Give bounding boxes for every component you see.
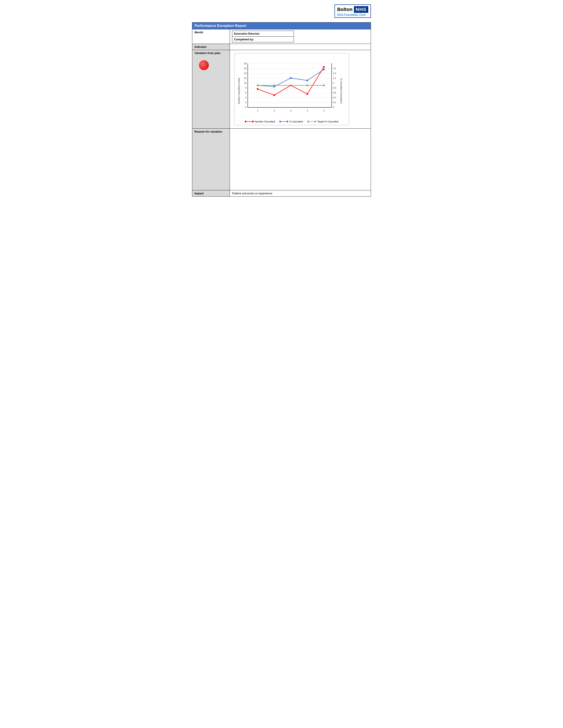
- svg-text:8: 8: [245, 87, 246, 89]
- tc-dot-5: [323, 84, 325, 86]
- month-label: Month: [192, 29, 230, 44]
- chart-cell: Number Cancelled in week % Cancelled (Cu…: [230, 50, 371, 129]
- legend-line-pct-cancelled: [282, 121, 286, 122]
- legend-dot2-pct-cancelled: [287, 121, 288, 122]
- pc-dot-5: [323, 69, 325, 70]
- chart-area: Number Cancelled in week % Cancelled (Cu…: [237, 57, 343, 118]
- svg-text:1.6: 1.6: [333, 67, 336, 70]
- svg-text:0: 0: [333, 106, 334, 109]
- legend-dot-number-cancelled: [245, 121, 246, 122]
- legend-label-target-cancelled: Target % Cancelled: [317, 120, 338, 123]
- svg-text:Number Cancelled in week: Number Cancelled in week: [238, 77, 240, 104]
- svg-text:0: 0: [245, 106, 246, 109]
- svg-text:0.4: 0.4: [333, 96, 336, 99]
- exec-completed-cell: Executive Director: Completed by:: [230, 29, 371, 44]
- legend-pct-cancelled: % Cancelled: [279, 120, 303, 123]
- number-cancelled-line: [258, 67, 324, 95]
- svg-text:% Cancelled (Cumulative): % Cancelled (Cumulative): [340, 78, 343, 104]
- exec-table: Executive Director: Completed by:: [232, 31, 294, 42]
- legend-dot2-number-cancelled: [252, 121, 254, 122]
- red-circle-indicator: [199, 60, 209, 70]
- impact-value: Patient outcomes or experience: [230, 190, 371, 197]
- chart-svg: Number Cancelled in week % Cancelled (Cu…: [237, 57, 343, 118]
- svg-text:1.2: 1.2: [333, 77, 336, 79]
- tc-dot-4: [307, 84, 308, 86]
- nhs-logo-right: Bolton NHS NHS Foundation Trust: [337, 6, 368, 16]
- legend-dot-pct-cancelled: [279, 121, 281, 122]
- svg-text:12: 12: [244, 77, 246, 79]
- reason-value: [230, 129, 371, 190]
- svg-text:1: 1: [257, 109, 258, 112]
- tc-dot-3: [290, 84, 292, 86]
- variation-label: Variation from plan: [192, 50, 230, 129]
- nc-dot-1: [257, 88, 258, 90]
- svg-text:6: 6: [245, 92, 246, 94]
- svg-text:1: 1: [333, 82, 334, 84]
- svg-text:0.8: 0.8: [333, 87, 336, 89]
- chart-legend: Number Cancelled % Cancelled: [237, 120, 347, 123]
- legend-label-pct-cancelled: % Cancelled: [289, 120, 303, 123]
- nhs-subtitle: NHS Foundation Trust: [337, 13, 366, 16]
- legend-label-number-cancelled: Number Cancelled: [255, 120, 275, 123]
- header-area: Bolton NHS NHS Foundation Trust: [192, 4, 371, 18]
- svg-text:4: 4: [245, 96, 246, 99]
- legend-number-cancelled: Number Cancelled: [245, 120, 275, 123]
- tc-dot-1: [257, 84, 258, 86]
- nc-dot-2: [273, 94, 275, 96]
- svg-text:0.6: 0.6: [333, 92, 336, 94]
- chart-container: Number Cancelled in week % Cancelled (Cu…: [234, 53, 349, 125]
- impact-label: Impact: [192, 190, 230, 197]
- tc-dot-2: [273, 84, 275, 86]
- report-title: Performance Exception Report: [192, 23, 371, 29]
- indicator-value: [230, 44, 371, 50]
- exec-director-label: Executive Director:: [232, 31, 294, 37]
- svg-text:3: 3: [290, 109, 292, 112]
- svg-text:18: 18: [244, 62, 246, 65]
- svg-text:5: 5: [323, 109, 325, 112]
- svg-text:2: 2: [273, 109, 275, 112]
- nhs-badge: NHS: [354, 6, 368, 13]
- svg-text:16: 16: [244, 67, 246, 70]
- svg-text:1.4: 1.4: [333, 72, 336, 75]
- legend-line-number-cancelled: [247, 121, 251, 122]
- svg-text:14: 14: [244, 72, 246, 75]
- nc-dot-4: [307, 93, 308, 95]
- reason-label: Reason for variation: [192, 129, 230, 190]
- legend-target-cancelled: Target % Cancelled: [307, 120, 338, 123]
- nc-dot-5: [323, 66, 325, 68]
- pc-dot-3: [290, 77, 292, 79]
- svg-text:2: 2: [245, 101, 246, 104]
- report-table: Performance Exception Report Month Execu…: [192, 22, 371, 197]
- nhs-logo-box: Bolton NHS NHS Foundation Trust: [335, 4, 371, 18]
- legend-dot-target-cancelled: [307, 121, 309, 122]
- legend-dot2-target-cancelled: [315, 121, 316, 122]
- nhs-name: Bolton: [337, 7, 353, 12]
- pc-dot-4: [307, 80, 308, 81]
- completed-by-label: Completed by:: [232, 37, 294, 42]
- legend-line-target-cancelled: [310, 121, 314, 122]
- svg-text:10: 10: [244, 82, 246, 84]
- svg-text:0.2: 0.2: [333, 101, 336, 104]
- indicator-label: Indicator: [192, 44, 230, 50]
- svg-text:4: 4: [307, 109, 308, 112]
